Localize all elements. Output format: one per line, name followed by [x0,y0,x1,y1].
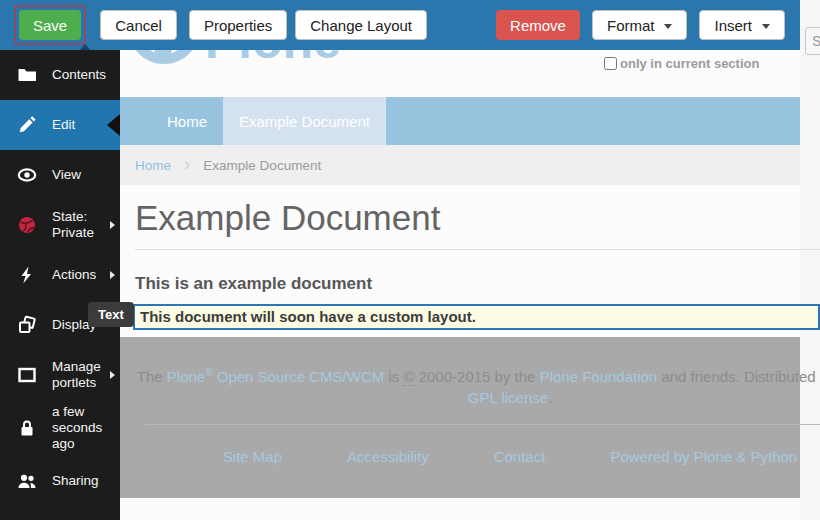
sidebar-item-history[interactable]: a few seconds ago [0,400,120,456]
users-icon [17,471,37,491]
toolbar-collapse-caret-icon[interactable] [80,44,90,50]
footer-link-accessibility[interactable]: Accessibility [347,448,429,465]
sidebar-item-state[interactable]: State: Private [0,200,120,250]
registered-mark: ® [205,367,212,378]
breadcrumb: Home › Example Document [120,145,800,185]
portlet-square-icon [17,365,37,385]
colophon-text: 2000-2015 by the [415,368,540,385]
tab-example-document[interactable]: Example Document [223,97,386,145]
colophon-text: and friends. Distributed under the [657,368,820,385]
sidebar-item-manage-portlets[interactable]: Manage portlets [0,350,120,400]
pencil-icon [17,115,37,135]
save-button[interactable]: Save [19,10,81,40]
copyright-symbol: © [403,368,414,386]
sidebar-item-label: Actions [52,267,96,283]
save-selection-outline: Save [14,5,86,45]
sidebar: Contents Edit View State: Private [0,50,120,520]
remove-button[interactable]: Remove [496,10,580,40]
sidebar-item-label: a few seconds ago [52,404,102,452]
search-button[interactable]: Search [805,27,820,55]
colophon-text: . [548,389,552,406]
chevron-right-icon: › [184,153,190,175]
only-current-section-checkbox[interactable] [604,57,617,70]
plone-cms-link-rest: Open Source CMS/WCM [213,368,385,385]
folder-icon [17,65,37,85]
edit-toolbar: Save Cancel Properties Change Layout Rem… [0,0,800,50]
submenu-caret-icon [110,221,115,229]
sidebar-item-actions[interactable]: Actions [0,250,120,300]
gpl-license-link[interactable]: GPL license [468,389,548,406]
colophon-text: The [137,368,167,385]
format-label: Format [607,17,655,34]
plone-cms-link-name: Plone [167,368,205,385]
sidebar-item-contents[interactable]: Contents [0,50,120,100]
insert-label: Insert [714,17,752,34]
sidebar-item-view[interactable]: View [0,150,120,200]
footer-link-contact[interactable]: Contact [494,448,546,465]
lock-icon [17,418,37,438]
footer-links: Site Map Accessibility Contact Powered b… [120,448,820,465]
submenu-caret-icon [110,271,115,279]
chevron-down-icon [762,24,770,29]
plone-cms-link[interactable]: Plone® Open Source CMS/WCM [167,368,384,385]
footer: The Plone® Open Source CMS/WCM is © 2000… [120,337,820,465]
sidebar-item-sharing[interactable]: Sharing [0,456,120,506]
chevron-down-icon [664,24,672,29]
active-item-pointer-icon [107,114,120,136]
footer-divider [145,424,820,425]
colophon-text: is [384,368,403,385]
state-private-icon [17,215,37,235]
change-layout-button[interactable]: Change Layout [295,10,427,40]
sidebar-item-label: State: Private [52,209,94,241]
breadcrumb-current: Example Document [203,158,321,173]
eye-icon [17,165,37,185]
display-stack-icon [17,315,37,335]
sidebar-item-edit[interactable]: Edit [0,100,120,150]
only-current-section-label: only in current section [620,56,759,71]
format-dropdown[interactable]: Format [592,10,688,40]
sidebar-item-label: Contents [52,67,106,83]
document-description: This is an example document [135,274,372,294]
document-text-field[interactable]: This document will soon have a custom la… [133,304,820,330]
cancel-button[interactable]: Cancel [100,10,177,40]
global-navigation: Home Example Document [120,97,800,145]
tab-home[interactable]: Home [151,97,223,145]
plone-edit-page: Plone Save Cancel Properties Change Layo… [0,0,820,520]
breadcrumb-home-link[interactable]: Home [135,158,171,173]
sidebar-item-label: Manage portlets [52,359,101,391]
sidebar-item-label: View [52,167,81,183]
colophon: The Plone® Open Source CMS/WCM is © 2000… [120,337,820,408]
search-section-option: only in current section [604,56,759,71]
footer-link-sitemap[interactable]: Site Map [223,448,282,465]
sidebar-item-label: Edit [52,117,75,133]
insert-dropdown[interactable]: Insert [699,10,785,40]
sidebar-item-label: Sharing [52,473,99,489]
footer-link-powered-by[interactable]: Powered by Plone & Python [610,448,797,465]
text-tooltip: Text [88,302,134,327]
properties-button[interactable]: Properties [189,10,287,40]
page-title: Example Document [135,198,440,238]
title-divider [135,249,820,250]
submenu-caret-icon [110,371,115,379]
plone-foundation-link[interactable]: Plone Foundation [540,368,658,385]
lightning-icon [17,265,37,285]
